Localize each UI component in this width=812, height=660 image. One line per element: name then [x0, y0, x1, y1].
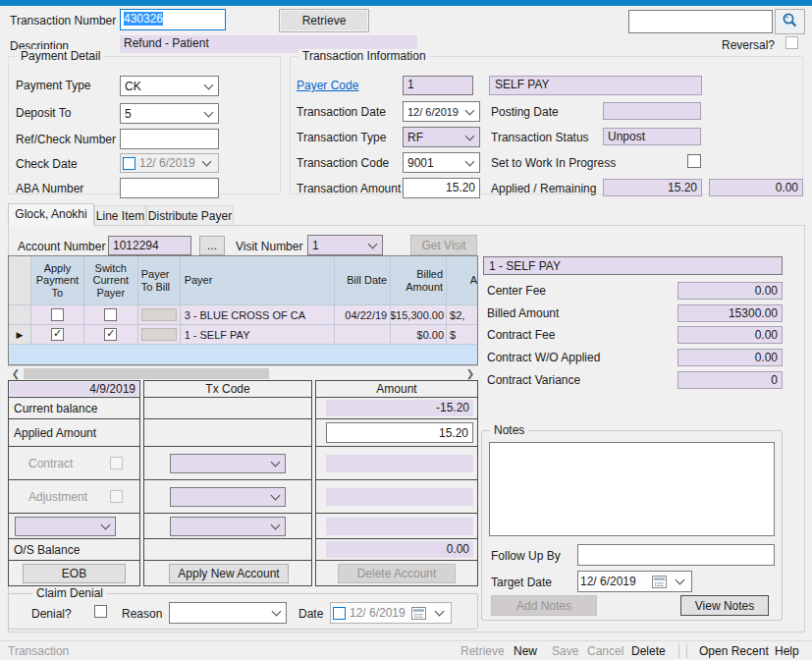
status-cancel[interactable]: Cancel — [587, 644, 623, 658]
extra-row-type-select[interactable] — [15, 517, 116, 536]
adjustment-tx-code-select[interactable] — [170, 487, 286, 507]
deposit-to-select[interactable]: 5 — [120, 103, 219, 124]
apply-grid-col3: Amount -15.20 15.20 0.00 Delete Account — [315, 380, 478, 586]
extra-row-tx-code-select[interactable] — [170, 517, 286, 536]
transaction-amount-input[interactable]: 15.20 — [403, 178, 480, 198]
col-payer-to-bill[interactable]: Payer To Bill — [138, 256, 181, 305]
billed-amount-cell[interactable]: $15,300.00 — [391, 305, 447, 325]
follow-up-by-input[interactable] — [577, 544, 775, 566]
billed-amount-cell[interactable]: $0.00 — [391, 325, 447, 345]
payer-cell[interactable]: 3 - BLUE CROSS OF CA — [181, 305, 336, 325]
adjustment-amount-field[interactable] — [326, 488, 473, 506]
bill-date-cell[interactable] — [335, 325, 391, 345]
amount-header: Amount — [316, 381, 477, 397]
payment-type-select[interactable]: CK — [120, 76, 219, 96]
denial-date-picker[interactable]: 12/ 6/2019 — [330, 602, 452, 624]
scroll-right-icon[interactable]: ❯ — [462, 366, 478, 380]
aba-number-input[interactable] — [120, 178, 219, 198]
col-switch-current-payer[interactable]: Switch Current Payer — [84, 256, 138, 305]
contract-amount-field[interactable] — [326, 455, 473, 472]
partial-cell[interactable]: $2, — [447, 305, 477, 325]
apply-grid-col1: 4/9/2019 Current balance Applied Amount … — [8, 380, 140, 586]
payer-row-blue-cross[interactable]: 3 - BLUE CROSS OF CA 04/22/19 $15,300.00… — [9, 305, 477, 325]
col-partial[interactable]: A — [447, 256, 477, 305]
check-date-checkbox[interactable] — [123, 157, 135, 170]
chevron-down-icon — [101, 521, 111, 530]
denial-date-label: Date — [298, 607, 323, 621]
add-notes-button[interactable]: Add Notes — [491, 595, 597, 616]
check-date-picker[interactable]: 12/ 6/2019 — [120, 153, 219, 173]
ref-check-number-input[interactable] — [120, 129, 219, 149]
scrollbar-thumb[interactable] — [24, 368, 269, 379]
applied-value: 15.20 — [603, 179, 702, 196]
denial-checkbox[interactable] — [94, 605, 107, 618]
transaction-type-label: Transaction Type — [297, 131, 386, 144]
chevron-down-icon — [368, 239, 378, 248]
status-new[interactable]: New — [514, 644, 537, 658]
contract-checkbox[interactable] — [110, 457, 123, 469]
transaction-date-select[interactable]: 12/ 6/2019 — [403, 101, 480, 122]
switch-payer-checkbox[interactable] — [104, 328, 117, 341]
bill-date-cell[interactable]: 04/22/19 — [335, 305, 391, 325]
col-bill-date[interactable]: Bill Date — [335, 256, 391, 305]
payer-code-link[interactable]: Payer Code — [297, 79, 358, 92]
payer-row-self-pay[interactable]: ▶ 1 - SELF PAY $0.00 $ — [9, 325, 477, 345]
tab-distribute-payer[interactable]: Distribute Payer — [146, 205, 234, 226]
col-billed-amount[interactable]: Billed Amount — [391, 256, 447, 305]
notes-textarea[interactable] — [489, 442, 775, 536]
search-icon — [782, 12, 798, 28]
denial-date-checkbox[interactable] — [333, 607, 346, 620]
status-delete[interactable]: Delete — [631, 644, 666, 658]
status-open-recent[interactable]: Open Recent — [699, 644, 769, 658]
apply-payment-checkbox[interactable] — [51, 308, 64, 321]
apply-new-account-button[interactable]: Apply New Account — [169, 564, 289, 583]
payment-type-label: Payment Type — [16, 79, 91, 92]
payer-to-bill-cell[interactable] — [141, 308, 177, 321]
transaction-type-select[interactable]: RF — [403, 127, 480, 147]
account-lookup-button[interactable]: ... — [199, 236, 225, 255]
os-balance-value: 0.00 — [326, 541, 473, 558]
col-apply-payment-to[interactable]: Apply Payment To — [31, 256, 84, 305]
payer-details-header: 1 - SELF PAY — [483, 256, 783, 275]
chevron-down-icon — [204, 107, 214, 117]
partial-cell[interactable]: $ — [447, 325, 477, 345]
scroll-left-icon[interactable]: ❮ — [8, 366, 24, 380]
search-input[interactable] — [628, 10, 773, 33]
switch-payer-checkbox[interactable] — [104, 308, 117, 321]
transaction-number-input[interactable]: 430326 — [120, 9, 226, 30]
search-button[interactable] — [775, 9, 805, 34]
status-retrieve[interactable]: Retrieve — [460, 644, 505, 658]
wip-checkbox[interactable] — [687, 154, 701, 168]
status-help[interactable]: Help — [775, 644, 799, 658]
transaction-code-select[interactable]: 9001 — [403, 152, 480, 173]
applied-amount-input[interactable]: 15.20 — [326, 422, 473, 443]
target-date-picker[interactable]: 12/ 6/2019 — [577, 571, 692, 592]
contract-wo-applied-value: 0.00 — [677, 349, 783, 366]
extra-row-amount-field[interactable] — [326, 518, 473, 535]
adjustment-checkbox[interactable] — [110, 490, 123, 503]
posting-date-value — [603, 102, 701, 120]
get-visit-button[interactable]: Get Visit — [410, 235, 477, 255]
view-notes-button[interactable]: View Notes — [680, 595, 769, 616]
denial-reason-select[interactable] — [169, 602, 287, 624]
row-marker — [9, 305, 31, 325]
contract-variance-label: Contract Variance — [487, 373, 580, 387]
horizontal-scrollbar[interactable]: ❮ ❯ — [8, 365, 478, 380]
visit-number-select[interactable]: 1 — [307, 235, 383, 255]
retrieve-button[interactable]: Retrieve — [279, 9, 369, 32]
payer-to-bill-cell[interactable] — [141, 328, 177, 341]
chevron-down-icon — [271, 458, 281, 468]
tab-glock-anokhi[interactable]: Glock, Anokhi — [8, 203, 94, 226]
apply-payment-checkbox[interactable] — [51, 328, 64, 341]
contract-tx-code-select[interactable] — [170, 454, 286, 473]
col-payer[interactable]: Payer — [181, 256, 336, 305]
denial-reason-label: Reason — [122, 607, 162, 621]
eob-button[interactable]: EOB — [23, 564, 126, 583]
payer-cell[interactable]: 1 - SELF PAY — [181, 325, 336, 345]
tab-line-item[interactable]: Line Item — [94, 205, 146, 226]
delete-account-button[interactable]: Delete Account — [338, 564, 456, 583]
status-save[interactable]: Save — [552, 644, 578, 658]
reversal-checkbox[interactable] — [785, 36, 798, 49]
target-date-label: Target Date — [491, 576, 552, 589]
active-tab-connector — [9, 225, 93, 227]
